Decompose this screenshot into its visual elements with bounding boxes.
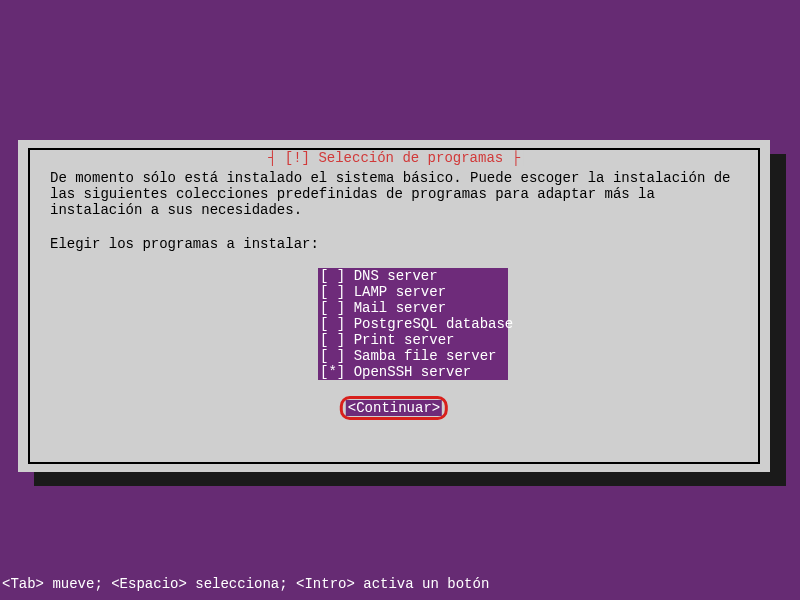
option-samba-file-server[interactable]: [ ] Samba file server — [318, 348, 508, 364]
option-label: DNS server — [354, 268, 438, 284]
checkbox-icon: [ ] — [320, 268, 345, 284]
option-label: PostgreSQL database — [354, 316, 514, 332]
dialog-title: ┤ [!] Selección de programas ├ — [264, 150, 524, 166]
option-label: Samba file server — [354, 348, 497, 364]
checkbox-icon: [ ] — [320, 284, 345, 300]
checkbox-icon: [ ] — [320, 332, 345, 348]
option-openssh-server[interactable]: [*] OpenSSH server — [318, 364, 508, 380]
option-dns-server[interactable]: [ ] DNS server — [318, 268, 508, 284]
software-options-list: [ ] DNS server [ ] LAMP server [ ] Mail … — [318, 268, 508, 380]
checkbox-icon: [ ] — [320, 316, 345, 332]
option-label: Print server — [354, 332, 455, 348]
footer-hint: <Tab> mueve; <Espacio> selecciona; <Intr… — [2, 576, 489, 592]
option-label: OpenSSH server — [354, 364, 472, 380]
checkbox-icon: [ ] — [320, 300, 345, 316]
option-postgresql-database[interactable]: [ ] PostgreSQL database — [318, 316, 508, 332]
continue-button[interactable]: <Continuar> — [346, 400, 442, 416]
option-label: Mail server — [354, 300, 446, 316]
continue-highlight: <Continuar> — [340, 396, 448, 420]
checkbox-icon: [ ] — [320, 348, 345, 364]
option-label: LAMP server — [354, 284, 446, 300]
dialog-prompt: Elegir los programas a instalar: — [50, 236, 319, 252]
dialog-body-text: De momento sólo está instalado el sistem… — [50, 170, 738, 218]
checkbox-checked-icon: [*] — [320, 364, 345, 380]
option-mail-server[interactable]: [ ] Mail server — [318, 300, 508, 316]
option-lamp-server[interactable]: [ ] LAMP server — [318, 284, 508, 300]
software-selection-dialog: ┤ [!] Selección de programas ├ De moment… — [18, 140, 770, 472]
option-print-server[interactable]: [ ] Print server — [318, 332, 508, 348]
